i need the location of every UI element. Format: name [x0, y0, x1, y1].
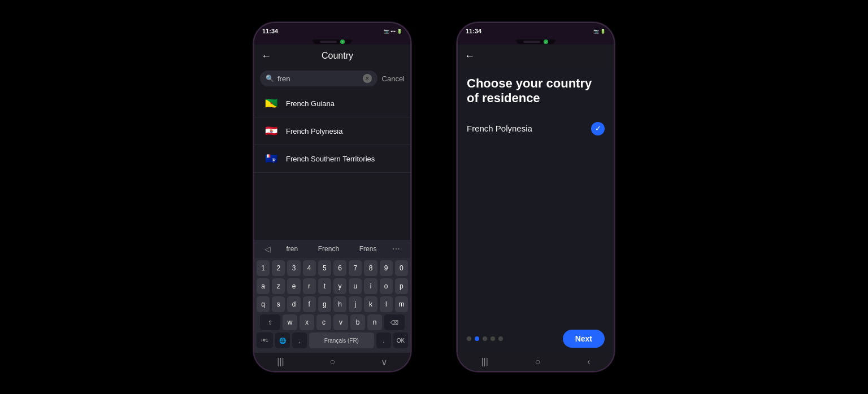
key-d[interactable]: d: [287, 296, 300, 312]
selected-country-row[interactable]: French Polynesia ✓: [467, 117, 605, 140]
selected-country-name: French Polynesia: [467, 124, 532, 133]
key-5[interactable]: 5: [318, 260, 331, 276]
key-o[interactable]: o: [380, 278, 393, 294]
key-comma[interactable]: ,: [292, 332, 307, 348]
page-content-2: Choose your country of residence French …: [458, 67, 614, 325]
phone-2: 11:34 📷 🔋 ✓ ← Choose your country of res…: [457, 22, 615, 372]
country-check-icon: ✓: [591, 122, 605, 135]
status-icons-1: 📷 ▪▪▪ 🔋: [384, 29, 402, 34]
key-7[interactable]: 7: [349, 260, 362, 276]
suggest-frens[interactable]: Frens: [355, 244, 381, 254]
phone-1: 11:34 📷 ▪▪▪ 🔋 ✓ ← Country 🔍 fren ✕ Cance…: [253, 22, 411, 372]
status-time-2: 11:34: [466, 28, 481, 34]
flag-french-polynesia: 🇵🇫: [263, 123, 279, 139]
country-list-1: 🇬🇫 French Guiana 🇵🇫 French Polynesia 🇹🇫 …: [254, 90, 410, 240]
status-bar-1: 11:34 📷 ▪▪▪ 🔋: [254, 23, 410, 39]
notch-pill-1: [320, 41, 337, 43]
key-i[interactable]: i: [364, 278, 377, 294]
key-b[interactable]: b: [350, 314, 365, 330]
status-icons-2: 📷 🔋: [593, 29, 606, 34]
key-q[interactable]: q: [257, 296, 270, 312]
country-item-french-southern[interactable]: 🇹🇫 French Southern Territories: [254, 145, 410, 173]
next-button[interactable]: Next: [563, 330, 605, 348]
key-g[interactable]: g: [318, 296, 331, 312]
key-backspace[interactable]: ⌫: [384, 314, 405, 330]
search-text-1[interactable]: fren: [277, 75, 359, 83]
key-r[interactable]: r: [303, 278, 316, 294]
key-4[interactable]: 4: [303, 260, 316, 276]
nav-bar-1: ← Country: [254, 45, 410, 67]
key-x[interactable]: x: [300, 314, 314, 330]
key-6[interactable]: 6: [333, 260, 346, 276]
nav-bar-2: ←: [458, 45, 614, 67]
key-symbols[interactable]: !#1: [257, 332, 273, 348]
key-shift[interactable]: ⇧: [260, 314, 280, 330]
key-row-bottom: !#1 🌐 , Français (FR) . OK: [257, 332, 408, 348]
dot-3: [483, 336, 487, 341]
suggest-french[interactable]: French: [314, 244, 344, 254]
key-m[interactable]: m: [395, 296, 408, 312]
bottom-nav-recent-1[interactable]: ∨: [381, 357, 388, 367]
search-box-1[interactable]: 🔍 fren ✕: [260, 71, 377, 86]
key-row-middle: q s d f g h j k l m: [257, 296, 408, 312]
suggest-left-arrow[interactable]: ◁: [264, 244, 271, 253]
country-item-french-guiana[interactable]: 🇬🇫 French Guiana: [254, 90, 410, 117]
flag-french-guiana: 🇬🇫: [263, 95, 279, 111]
dot-1: [467, 336, 471, 341]
key-globe[interactable]: 🌐: [275, 332, 290, 348]
keyboard-1: 1 2 3 4 5 6 7 8 9 0 a z e r t y u i: [254, 258, 410, 353]
key-ok[interactable]: OK: [393, 332, 408, 348]
key-f[interactable]: f: [303, 296, 316, 312]
status-icon-battery: 🔋: [397, 29, 402, 34]
suggest-fren[interactable]: fren: [281, 244, 302, 254]
search-icon-1: 🔍: [266, 75, 274, 82]
status-icon-wifi: ▪▪▪: [390, 29, 396, 34]
nav-title-1: Country: [271, 51, 403, 61]
bottom-nav-recent-2[interactable]: ‹: [587, 357, 590, 367]
bottom-nav-back-1[interactable]: |||: [277, 357, 284, 367]
bottom-nav-home-2[interactable]: ○: [535, 357, 541, 367]
key-h[interactable]: h: [333, 296, 346, 312]
bottom-nav-home-1[interactable]: ○: [329, 357, 335, 367]
bottom-nav-back-2[interactable]: |||: [481, 357, 488, 367]
key-s[interactable]: s: [272, 296, 285, 312]
key-3[interactable]: 3: [287, 260, 300, 276]
status-icon-cam-2: 📷: [593, 29, 599, 34]
key-8[interactable]: 8: [364, 260, 377, 276]
key-period[interactable]: .: [376, 332, 391, 348]
key-2[interactable]: 2: [272, 260, 285, 276]
screen-1: ← Country 🔍 fren ✕ Cancel 🇬🇫 French Guia…: [254, 45, 410, 371]
back-button-2[interactable]: ←: [465, 50, 475, 62]
key-j[interactable]: j: [349, 296, 362, 312]
key-1[interactable]: 1: [257, 260, 270, 276]
key-k[interactable]: k: [364, 296, 377, 312]
key-0[interactable]: 0: [395, 260, 408, 276]
key-z[interactable]: z: [272, 278, 285, 294]
key-row-bottom-letters: ⇧ w x c v b n ⌫: [257, 314, 408, 330]
key-p[interactable]: p: [395, 278, 408, 294]
dot-4: [491, 336, 495, 341]
key-u[interactable]: u: [349, 278, 362, 294]
country-name-french-polynesia: French Polynesia: [286, 127, 342, 135]
key-9[interactable]: 9: [380, 260, 393, 276]
back-button-1[interactable]: ←: [261, 50, 271, 62]
key-v[interactable]: v: [333, 314, 348, 330]
key-a[interactable]: a: [257, 278, 270, 294]
dot-5: [498, 336, 503, 341]
pagination-dots: [467, 336, 503, 341]
key-l[interactable]: l: [380, 296, 393, 312]
key-row-azerty: a z e r t y u i o p: [257, 278, 408, 294]
search-container-1: 🔍 fren ✕ Cancel: [254, 67, 410, 90]
key-c[interactable]: c: [316, 314, 331, 330]
status-time-1: 11:34: [262, 28, 278, 34]
key-y[interactable]: y: [333, 278, 346, 294]
key-space[interactable]: Français (FR): [309, 332, 374, 348]
key-n[interactable]: n: [367, 314, 382, 330]
suggest-more[interactable]: ⋯: [392, 244, 400, 253]
key-e[interactable]: e: [287, 278, 300, 294]
cancel-button-1[interactable]: Cancel: [382, 75, 405, 83]
key-t[interactable]: t: [318, 278, 331, 294]
country-item-french-polynesia[interactable]: 🇵🇫 French Polynesia: [254, 117, 410, 145]
search-clear-button[interactable]: ✕: [363, 74, 372, 83]
key-w[interactable]: w: [283, 314, 297, 330]
